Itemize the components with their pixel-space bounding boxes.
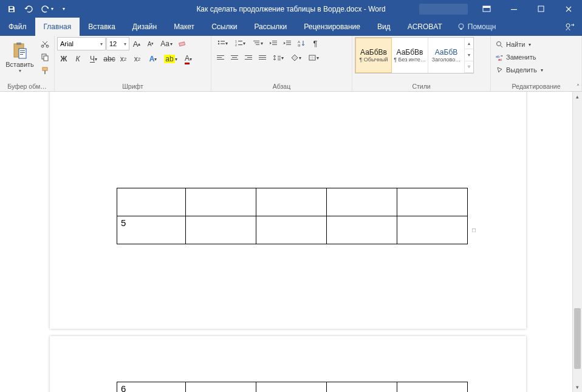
- save-button[interactable]: [4, 2, 19, 16]
- gallery-more[interactable]: ▿: [465, 61, 473, 73]
- tab-references[interactable]: Ссылки: [203, 18, 245, 36]
- grow-font-button[interactable]: A▴: [130, 38, 143, 50]
- share-button[interactable]: [558, 18, 582, 36]
- svg-line-60: [501, 46, 502, 47]
- table-cell[interactable]: 5: [117, 216, 186, 244]
- table-row[interactable]: [117, 188, 468, 216]
- svg-rect-43: [217, 59, 224, 60]
- undo-button[interactable]: [21, 2, 36, 16]
- table-1[interactable]: 5: [117, 188, 468, 244]
- justify-button[interactable]: [256, 52, 269, 64]
- sort-button[interactable]: AЯ: [295, 37, 308, 49]
- align-center-icon: [230, 54, 239, 61]
- tab-review[interactable]: Рецензирование: [295, 18, 369, 36]
- table-cell[interactable]: [397, 216, 468, 244]
- strikethrough-button[interactable]: abc: [103, 53, 116, 65]
- underline-button[interactable]: Ч▾: [85, 53, 102, 65]
- close-button[interactable]: [555, 0, 582, 18]
- highlight-button[interactable]: ab▾: [162, 53, 179, 65]
- text-effects-button[interactable]: A▾: [145, 53, 162, 65]
- tab-mailings[interactable]: Рассылки: [245, 18, 295, 36]
- minimize-button[interactable]: [500, 0, 527, 18]
- eraser-icon: [178, 40, 187, 47]
- gallery-down[interactable]: ▾: [465, 49, 473, 61]
- line-spacing-button[interactable]: ▾: [270, 52, 287, 64]
- line-spacing-icon: [273, 54, 281, 61]
- multilevel-list-button[interactable]: ▾: [249, 37, 266, 49]
- format-painter-button[interactable]: [38, 64, 52, 77]
- collapse-ribbon-button[interactable]: ˄: [577, 83, 580, 90]
- copy-button[interactable]: [38, 51, 52, 63]
- multilevel-icon: [252, 40, 261, 47]
- style-no-spacing[interactable]: АаБбВв ¶ Без инте…: [392, 38, 428, 73]
- align-right-button[interactable]: [242, 52, 255, 64]
- numbering-button[interactable]: 12▾: [231, 37, 248, 49]
- svg-rect-4: [511, 9, 517, 10]
- select-button[interactable]: Выделить ▾: [493, 64, 546, 76]
- vertical-scrollbar[interactable]: ▴ ▾: [572, 92, 582, 392]
- tab-design[interactable]: Дизайн: [124, 18, 165, 36]
- font-size-combo[interactable]: 12▾: [106, 37, 129, 50]
- scroll-track[interactable]: [573, 101, 582, 382]
- outdent-icon: [269, 40, 278, 47]
- svg-rect-55: [278, 60, 281, 60]
- superscript-button[interactable]: x2: [131, 53, 144, 65]
- chevron-down-icon: ▾: [541, 67, 543, 73]
- find-button[interactable]: Найти ▾: [493, 38, 546, 50]
- tab-acrobat[interactable]: ACROBAT: [399, 18, 451, 36]
- table-cell[interactable]: [256, 382, 327, 393]
- change-case-button[interactable]: Aa▾: [158, 38, 175, 50]
- lightbulb-icon: [457, 22, 465, 31]
- cut-button[interactable]: [38, 38, 52, 50]
- subscript-button[interactable]: x2: [117, 53, 130, 65]
- paste-button[interactable]: Вставить ▾: [2, 37, 37, 77]
- bold-button[interactable]: Ж: [57, 53, 70, 65]
- style-heading1[interactable]: АаБбВ Заголово…: [428, 38, 465, 73]
- font-color-button[interactable]: A▾: [180, 53, 197, 65]
- table-row[interactable]: 5: [117, 216, 468, 244]
- align-left-button[interactable]: [214, 52, 227, 64]
- ribbon-display-options[interactable]: [473, 0, 500, 18]
- maximize-button[interactable]: [527, 0, 555, 18]
- table-cell[interactable]: [397, 382, 468, 393]
- scroll-thumb[interactable]: [574, 308, 581, 369]
- tell-me-search[interactable]: Помощн: [451, 18, 502, 36]
- table-cell[interactable]: [327, 216, 397, 244]
- clear-formatting-button[interactable]: [176, 38, 189, 50]
- table-cell[interactable]: [186, 382, 256, 393]
- shrink-font-button[interactable]: A▾: [144, 38, 157, 50]
- bullets-button[interactable]: ▾: [214, 37, 231, 49]
- table-cell[interactable]: 6: [117, 382, 186, 393]
- decrease-indent-button[interactable]: [267, 37, 280, 49]
- font-name-combo[interactable]: Arial▾: [57, 37, 106, 50]
- scroll-down-button[interactable]: ▾: [573, 382, 582, 392]
- align-center-button[interactable]: [228, 52, 241, 64]
- increase-indent-button[interactable]: [281, 37, 294, 49]
- table-cell[interactable]: [186, 216, 256, 244]
- shading-button[interactable]: ▾: [287, 52, 304, 64]
- tab-home[interactable]: Главная: [35, 18, 80, 36]
- svg-rect-42: [217, 57, 222, 58]
- style-normal[interactable]: АаБбВв ¶ Обычный: [355, 38, 392, 73]
- table-row[interactable]: 6: [117, 382, 468, 393]
- svg-rect-31: [255, 43, 259, 43]
- gallery-up[interactable]: ▴: [465, 38, 473, 49]
- tab-file[interactable]: Файл: [0, 18, 35, 36]
- tab-view[interactable]: Вид: [369, 18, 399, 36]
- document-area[interactable]: 5 □ 6 7 8: [0, 92, 572, 392]
- redo-button[interactable]: ▾: [38, 2, 57, 16]
- tab-layout[interactable]: Макет: [165, 18, 203, 36]
- qat-customize[interactable]: ▾: [58, 2, 69, 16]
- italic-button[interactable]: К: [71, 53, 84, 65]
- account-area[interactable]: [419, 4, 468, 15]
- svg-rect-34: [272, 43, 277, 43]
- svg-point-22: [218, 41, 219, 42]
- table-cell[interactable]: [327, 382, 397, 393]
- borders-button[interactable]: ▾: [305, 52, 322, 64]
- show-marks-button[interactable]: ¶: [309, 37, 322, 49]
- scroll-up-button[interactable]: ▴: [573, 92, 582, 101]
- table-cell[interactable]: [256, 216, 327, 244]
- tab-insert[interactable]: Вставка: [80, 18, 124, 36]
- table-2[interactable]: 6 7 8: [117, 382, 468, 392]
- replace-button[interactable]: abac Заменить: [493, 51, 546, 63]
